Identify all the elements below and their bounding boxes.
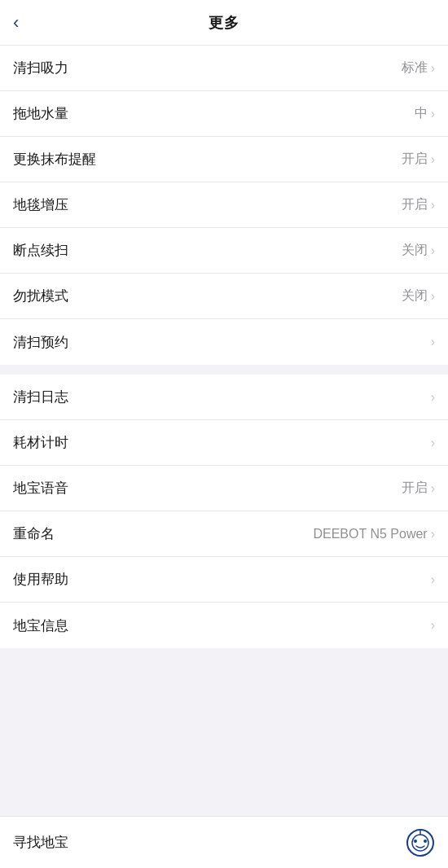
menu-item-mop-reminder[interactable]: 更换抹布提醒 开启 › [0,137,448,182]
menu-right-water: 中 › [415,105,435,122]
menu-value-mop-reminder: 开启 [402,151,428,168]
menu-right-log: › [431,390,435,405]
menu-value-dnd: 关闭 [402,287,428,305]
menu-item-suction[interactable]: 清扫吸力 标准 › [0,46,448,91]
menu-label-log: 清扫日志 [13,388,68,406]
chevron-icon-dnd: › [431,289,435,304]
robot-icon [406,828,435,857]
menu-item-schedule[interactable]: 清扫预约 › [0,319,448,365]
menu-right-schedule: › [428,335,435,349]
menu-right-info: › [431,618,435,633]
menu-item-resume[interactable]: 断点续扫 关闭 › [0,228,448,274]
back-button[interactable]: ‹ [13,14,19,32]
menu-right-mop-reminder: 开启 › [402,151,435,168]
menu-label-dnd: 勿扰模式 [13,287,68,305]
chevron-icon-log: › [431,390,435,405]
menu-label-schedule: 清扫预约 [13,333,68,352]
menu-label-consumables: 耗材计时 [13,433,68,452]
menu-right-resume: 关闭 › [402,242,435,259]
menu-right-voice: 开启 › [402,480,435,497]
chevron-icon-rename: › [431,527,435,541]
menu-item-help[interactable]: 使用帮助 › [0,557,448,603]
menu-right-dnd: 关闭 › [402,287,435,305]
menu-value-suction: 标准 [402,59,428,77]
svg-point-2 [414,840,417,843]
section-1: 清扫吸力 标准 › 拖地水量 中 › 更换抹布提醒 开启 › 地毯增压 开启 ›… [0,46,448,365]
menu-right-rename: DEEBOT N5 Power › [313,527,435,541]
chevron-icon-resume: › [431,243,435,258]
section-2: 清扫日志 › 耗材计时 › 地宝语音 开启 › 重命名 DEEBOT N5 Po… [0,375,448,648]
menu-label-mop-reminder: 更换抹布提醒 [13,150,96,169]
menu-item-dnd[interactable]: 勿扰模式 关闭 › [0,274,448,319]
menu-item-rename[interactable]: 重命名 DEEBOT N5 Power › [0,511,448,557]
menu-item-water[interactable]: 拖地水量 中 › [0,91,448,137]
menu-value-carpet-boost: 开启 [402,196,428,213]
menu-value-voice: 开启 [402,480,428,497]
svg-point-1 [412,835,428,851]
header: ‹ 更多 [0,0,448,46]
chevron-icon-help: › [431,572,435,587]
menu-item-carpet-boost[interactable]: 地毯增压 开启 › [0,182,448,228]
menu-item-voice[interactable]: 地宝语音 开启 › [0,466,448,511]
menu-item-consumables[interactable]: 耗材计时 › [0,420,448,466]
page-title: 更多 [209,13,239,33]
menu-label-voice: 地宝语音 [13,479,68,498]
menu-right-help: › [431,572,435,587]
chevron-icon-schedule: › [431,335,435,349]
svg-point-3 [424,840,427,843]
menu-right-consumables: › [431,436,435,450]
chevron-icon-mop-reminder: › [431,152,435,167]
menu-item-info[interactable]: 地宝信息 › [0,603,448,648]
find-robot-label: 寻找地宝 [13,833,68,852]
chevron-icon-suction: › [431,61,435,76]
menu-label-resume: 断点续扫 [13,241,68,260]
menu-value-resume: 关闭 [402,242,428,259]
chevron-icon-info: › [431,618,435,633]
chevron-icon-consumables: › [431,436,435,450]
menu-label-help: 使用帮助 [13,570,68,589]
menu-right-carpet-boost: 开启 › [402,196,435,213]
menu-value-rename: DEEBOT N5 Power [313,527,427,541]
menu-label-water: 拖地水量 [13,104,68,123]
chevron-icon-carpet-boost: › [431,198,435,213]
menu-label-info: 地宝信息 [13,616,68,635]
menu-label-suction: 清扫吸力 [13,59,68,77]
menu-value-water: 中 [415,105,428,122]
menu-label-rename: 重命名 [13,524,55,543]
menu-right-suction: 标准 › [402,59,435,77]
chevron-icon-voice: › [431,481,435,496]
chevron-icon-water: › [431,107,435,121]
menu-item-log[interactable]: 清扫日志 › [0,375,448,420]
menu-label-carpet-boost: 地毯增压 [13,195,68,214]
bottom-bar[interactable]: 寻找地宝 [0,816,448,868]
